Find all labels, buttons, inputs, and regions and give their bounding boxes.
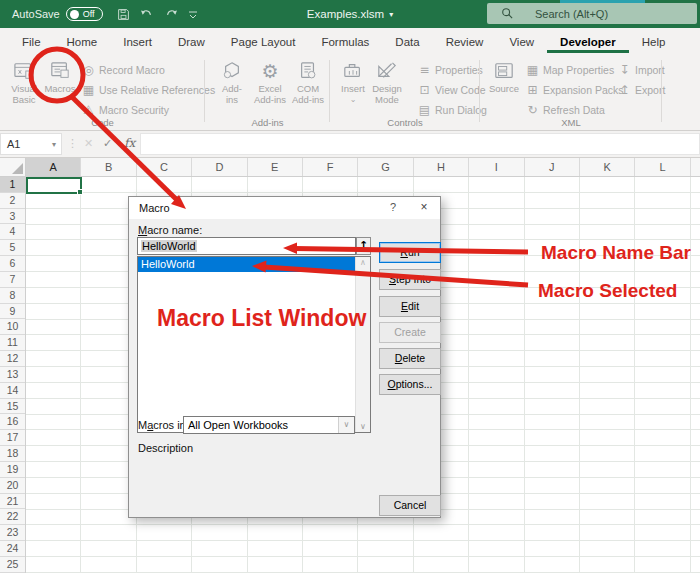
- expansion-packs-button[interactable]: ⊞ Expansion Packs: [526, 80, 624, 100]
- source-button[interactable]: Source: [486, 58, 522, 95]
- column-header-L[interactable]: L: [635, 158, 690, 176]
- run-dialog-icon: ▤: [418, 103, 431, 117]
- autosave-control[interactable]: AutoSave Off: [12, 7, 103, 21]
- row-header-11[interactable]: 11: [0, 335, 25, 351]
- insert-control-button[interactable]: Insert ⌄: [335, 58, 371, 105]
- column-header-D[interactable]: D: [192, 158, 247, 176]
- redo-icon[interactable]: [164, 8, 178, 20]
- column-header-C[interactable]: C: [137, 158, 192, 176]
- tab-formulas[interactable]: Formulas: [308, 30, 382, 53]
- row-header-8[interactable]: 8: [0, 288, 25, 304]
- column-header-G[interactable]: G: [358, 158, 413, 176]
- document-title[interactable]: Examples.xlsm: [307, 8, 384, 20]
- tab-insert[interactable]: Insert: [110, 30, 165, 53]
- autosave-toggle[interactable]: Off: [66, 7, 103, 21]
- macros-in-dropdown[interactable]: All Open Workbooks ∨: [183, 416, 355, 434]
- macro-list[interactable]: HelloWorld ∧ ∨: [137, 256, 371, 433]
- insert-function-icon[interactable]: fx: [124, 136, 135, 150]
- tab-review[interactable]: Review: [433, 30, 497, 53]
- row-header-24[interactable]: 24: [0, 541, 25, 557]
- save-icon[interactable]: [117, 8, 130, 21]
- record-macro-button[interactable]: ◎ Record Macro: [82, 60, 215, 80]
- cancel-entry-icon[interactable]: ✕: [84, 137, 93, 150]
- tab-data[interactable]: Data: [382, 30, 432, 53]
- undo-icon[interactable]: [140, 8, 154, 20]
- tab-draw[interactable]: Draw: [165, 30, 218, 53]
- row-header-3[interactable]: 3: [0, 209, 25, 225]
- row-header-7[interactable]: 7: [0, 272, 25, 288]
- row-header-6[interactable]: 6: [0, 256, 25, 272]
- select-all-corner[interactable]: [0, 158, 26, 177]
- row-header-9[interactable]: 9: [0, 304, 25, 320]
- column-header-F[interactable]: F: [303, 158, 358, 176]
- tab-help[interactable]: Help: [629, 30, 679, 53]
- properties-button[interactable]: ≡ Properties: [418, 60, 487, 80]
- map-properties-button[interactable]: ▦ Map Properties: [526, 60, 624, 80]
- excel-addins-button[interactable]: ⚙ Excel Add-ins: [252, 58, 288, 105]
- row-header-20[interactable]: 20: [0, 478, 25, 494]
- selected-cell-a1[interactable]: [26, 177, 82, 194]
- row-header-1[interactable]: 1: [0, 177, 25, 193]
- scroll-up-button[interactable]: ↑: [356, 237, 371, 255]
- row-header-21[interactable]: 21: [0, 494, 25, 510]
- dialog-help-icon[interactable]: ?: [386, 201, 400, 213]
- customize-toolbar-icon[interactable]: [188, 9, 198, 19]
- row-header-12[interactable]: 12: [0, 351, 25, 367]
- tab-home[interactable]: Home: [54, 30, 111, 53]
- name-box-dropdown-icon[interactable]: ▾: [52, 140, 56, 149]
- options-button[interactable]: Options...: [379, 374, 441, 395]
- view-code-button[interactable]: ⊡ View Code: [418, 80, 487, 100]
- formula-input[interactable]: [140, 133, 700, 155]
- column-header-E[interactable]: E: [248, 158, 303, 176]
- scrollbar-up-icon[interactable]: ∧: [356, 258, 370, 267]
- column-header-J[interactable]: J: [525, 158, 580, 176]
- scrollbar-down-icon[interactable]: ∨: [356, 422, 370, 431]
- tab-view[interactable]: View: [496, 30, 547, 53]
- name-box[interactable]: A1 ▾: [0, 133, 62, 155]
- column-header-K[interactable]: K: [580, 158, 635, 176]
- search-bar[interactable]: Search (Alt+Q): [487, 3, 697, 24]
- macro-name-input[interactable]: HelloWorld: [137, 237, 356, 255]
- delete-button[interactable]: Delete: [379, 348, 441, 369]
- design-mode-button[interactable]: Design Mode: [369, 58, 405, 105]
- row-header-13[interactable]: 13: [0, 367, 25, 383]
- addins-button[interactable]: Add- ins: [214, 58, 250, 105]
- row-header-22[interactable]: 22: [0, 509, 25, 525]
- macro-list-item-selected[interactable]: HelloWorld: [138, 257, 356, 272]
- dropdown-chevron-icon[interactable]: ∨: [338, 417, 354, 433]
- visual-basic-button[interactable]: Visual Basic: [6, 58, 42, 105]
- row-header-2[interactable]: 2: [0, 193, 25, 209]
- confirm-entry-icon[interactable]: ✓: [103, 137, 112, 150]
- row-header-10[interactable]: 10: [0, 319, 25, 335]
- row-header-17[interactable]: 17: [0, 430, 25, 446]
- row-header-18[interactable]: 18: [0, 446, 25, 462]
- use-relative-references-button[interactable]: ▦ Use Relative References: [82, 80, 215, 100]
- column-header-H[interactable]: H: [414, 158, 469, 176]
- row-header-16[interactable]: 16: [0, 414, 25, 430]
- row-header-25[interactable]: 25: [0, 557, 25, 573]
- row-header-15[interactable]: 15: [0, 399, 25, 415]
- column-header-I[interactable]: I: [469, 158, 524, 176]
- insert-dropdown-icon[interactable]: ⌄: [335, 95, 371, 106]
- cancel-button[interactable]: Cancel: [379, 495, 441, 516]
- export-button[interactable]: ↥ Export: [618, 80, 665, 100]
- row-header-4[interactable]: 4: [0, 224, 25, 240]
- run-button[interactable]: Run: [379, 242, 441, 263]
- list-scrollbar[interactable]: ∧ ∨: [355, 257, 370, 432]
- tab-developer[interactable]: Developer: [547, 30, 629, 53]
- column-header-B[interactable]: B: [81, 158, 136, 176]
- tab-file[interactable]: File: [9, 30, 54, 53]
- tab-page-layout[interactable]: Page Layout: [218, 30, 309, 53]
- import-button[interactable]: ↧ Import: [618, 60, 665, 80]
- edit-button[interactable]: Edit: [379, 296, 441, 317]
- step-into-button[interactable]: Step Into: [379, 269, 441, 290]
- row-header-23[interactable]: 23: [0, 525, 25, 541]
- document-title-caret-icon[interactable]: ▾: [389, 10, 393, 19]
- dialog-close-icon[interactable]: ×: [416, 200, 432, 214]
- row-header-19[interactable]: 19: [0, 462, 25, 478]
- macros-button[interactable]: Macros: [42, 58, 78, 95]
- row-header-5[interactable]: 5: [0, 240, 25, 256]
- column-header-A[interactable]: A: [26, 158, 81, 176]
- row-header-14[interactable]: 14: [0, 383, 25, 399]
- com-addins-button[interactable]: COM Add-ins: [290, 58, 326, 105]
